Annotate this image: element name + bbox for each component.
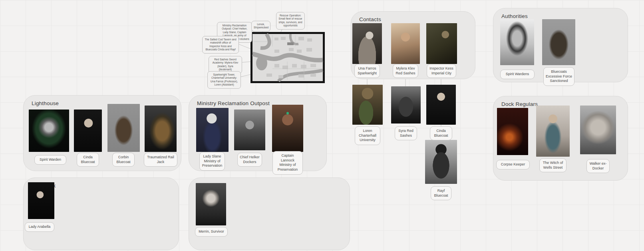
label-lady-arabella[interactable]: Lady Arabella: [25, 222, 54, 232]
city-map-image[interactable]: [250, 32, 325, 83]
label-loren[interactable]: Loren Charterhall University: [355, 126, 380, 145]
label-captain-lannock[interactable]: Captain Lannock Ministry of Preservation: [272, 151, 303, 175]
label-lady-slane[interactable]: Lady Slane Ministry of Preservation: [199, 152, 225, 171]
group-title-contacts[interactable]: Contacts: [359, 16, 381, 22]
label-bluecoats[interactable]: Bluecoats Excessive Force Sanctioned: [543, 67, 574, 86]
label-cinda-lighthouse[interactable]: Cinda Bluecoat: [77, 153, 99, 167]
map-note-salted-cod[interactable]: The Salted Cod Tavern and makeshift offi…: [202, 36, 239, 54]
group-title-lighthouse[interactable]: Lighthouse: [32, 100, 59, 106]
label-spirit-wardens[interactable]: Spirit Wardens: [500, 70, 535, 79]
portrait-bluecoats[interactable]: [542, 19, 575, 65]
map-note-rescue-operation[interactable]: Rescue Operation: Small fleet of rescue …: [276, 12, 305, 30]
portrait-inspector-kess[interactable]: [426, 23, 457, 64]
label-corpse-keeper[interactable]: Corpse Keeper: [496, 160, 530, 169]
portrait-una-farros[interactable]: [352, 23, 382, 64]
portrait-mylera-klev[interactable]: [391, 23, 420, 64]
label-syra[interactable]: Syra Red Sashes: [395, 126, 417, 140]
label-spirit-warden-lighthouse[interactable]: Spirit Warden: [34, 155, 66, 165]
label-una-farros[interactable]: Una Farros Sparkwright: [354, 64, 380, 78]
portrait-rail-jack[interactable]: [145, 106, 177, 152]
label-mylera-klev[interactable]: Mylera Klev Red Sashes: [393, 64, 418, 78]
label-merrin[interactable]: Merrin, Survivor: [195, 227, 228, 237]
label-corbin[interactable]: Corbin Bluecoat: [112, 153, 135, 167]
city-map-art: [250, 32, 325, 83]
portrait-lady-slane[interactable]: [196, 108, 229, 152]
portrait-walker[interactable]: [580, 106, 616, 154]
portrait-corpse-keeper[interactable]: [497, 108, 528, 155]
label-chief-helker[interactable]: Chief Helker Dockers: [237, 153, 262, 167]
group-title-ministry[interactable]: Ministry Reclamation Outpost: [197, 100, 270, 106]
portrait-spirit-wardens[interactable]: [500, 19, 534, 65]
portrait-spirit-warden-lighthouse[interactable]: [29, 110, 69, 152]
label-walker[interactable]: Walker ex-Docker: [586, 159, 610, 173]
portrait-witch-of-wells-street[interactable]: [536, 106, 570, 157]
portrait-corbin[interactable]: [107, 104, 140, 152]
label-rayf[interactable]: Rayf Bluecoat: [431, 186, 451, 200]
portrait-rayf[interactable]: [425, 140, 457, 184]
group-title-dock-regulars[interactable]: Dock Regulars: [501, 101, 538, 107]
map-note-sparkwright[interactable]: Sparkwright Tower, Charterhall Universit…: [207, 71, 241, 89]
group-title-authorities[interactable]: Authorities: [501, 13, 528, 19]
portrait-lady-arabella[interactable]: [28, 182, 54, 219]
portrait-captain-lannock[interactable]: [272, 105, 303, 152]
portrait-loren[interactable]: [352, 85, 383, 125]
portrait-merrin[interactable]: [196, 183, 226, 225]
label-rail-jack[interactable]: Traumatized Rail Jack: [144, 153, 177, 167]
map-marker-lost-district: [287, 42, 294, 45]
portrait-syra[interactable]: [391, 86, 421, 124]
portrait-cinda-contacts[interactable]: [426, 85, 456, 125]
portrait-cinda-lighthouse[interactable]: [74, 110, 102, 152]
label-witch-of-wells-street[interactable]: The Witch of Wells Street: [539, 158, 566, 172]
label-cinda-contacts[interactable]: Cinda Bluecoat: [430, 126, 452, 140]
map-note-lenok[interactable]: Lenok, Shipwrecked: [251, 21, 270, 32]
portrait-chief-helker[interactable]: [234, 110, 265, 150]
label-inspector-kess[interactable]: Inspector Kess Imperial City: [427, 64, 456, 78]
